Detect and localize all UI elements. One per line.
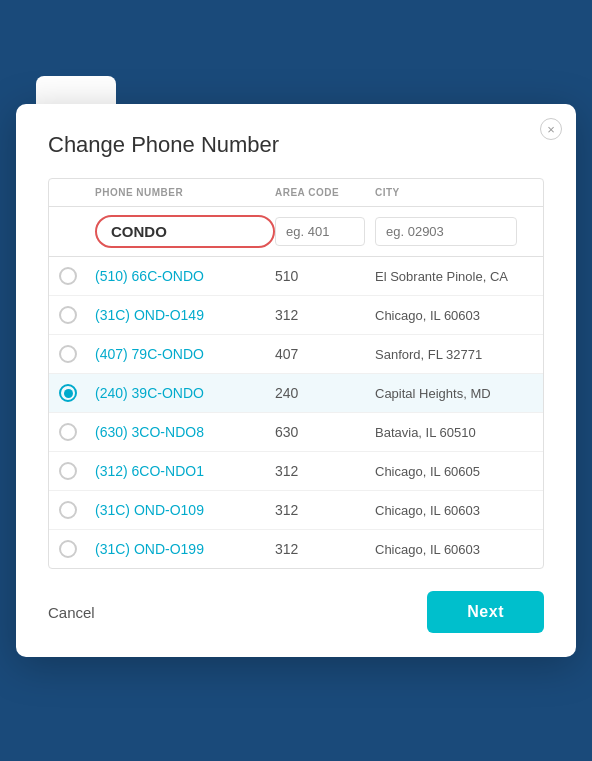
city-value: Chicago, IL 60605 (375, 464, 533, 479)
area-code: 312 (275, 502, 375, 518)
radio-button[interactable] (59, 501, 77, 519)
city-value: Chicago, IL 60603 (375, 308, 533, 323)
close-button[interactable]: × (540, 118, 562, 140)
area-code: 407 (275, 346, 375, 362)
next-button[interactable]: Next (427, 591, 544, 633)
dialog-title: Change Phone Number (48, 132, 544, 158)
radio-button[interactable] (59, 267, 77, 285)
header-city: CITY (375, 187, 533, 198)
table-row[interactable]: (31C) OND-O149 312 Chicago, IL 60603 (49, 296, 543, 335)
area-code: 240 (275, 385, 375, 401)
table-row[interactable]: (31C) OND-O199 312 Chicago, IL 60603 (49, 530, 543, 568)
city-value: Batavia, IL 60510 (375, 425, 533, 440)
phone-number: (31C) OND-O149 (95, 307, 275, 323)
radio-button[interactable] (59, 462, 77, 480)
city-value: Sanford, FL 32771 (375, 347, 533, 362)
table-row[interactable]: (510) 66C-ONDO 510 El Sobrante Pinole, C… (49, 257, 543, 296)
phone-number: (240) 39C-ONDO (95, 385, 275, 401)
header-phone: PHONE NUMBER (95, 187, 275, 198)
table-row[interactable]: (407) 79C-ONDO 407 Sanford, FL 32771 (49, 335, 543, 374)
search-row (49, 207, 543, 257)
area-code: 312 (275, 541, 375, 557)
phone-number: (407) 79C-ONDO (95, 346, 275, 362)
table-row[interactable]: (312) 6CO-NDO1 312 Chicago, IL 60605 (49, 452, 543, 491)
phone-search-input[interactable] (95, 215, 275, 248)
area-code: 510 (275, 268, 375, 284)
city-search-input[interactable] (375, 217, 517, 246)
phone-number: (31C) OND-O199 (95, 541, 275, 557)
radio-button[interactable] (59, 384, 77, 402)
table-row[interactable]: (240) 39C-ONDO 240 Capital Heights, MD (49, 374, 543, 413)
area-code: 312 (275, 307, 375, 323)
header-radio (59, 187, 95, 198)
change-phone-dialog: × Change Phone Number PHONE NUMBER AREA … (16, 104, 576, 657)
tab-notch (36, 76, 116, 106)
radio-button[interactable] (59, 306, 77, 324)
city-value: Capital Heights, MD (375, 386, 533, 401)
radio-button[interactable] (59, 540, 77, 558)
radio-button[interactable] (59, 345, 77, 363)
cancel-button[interactable]: Cancel (48, 604, 95, 621)
table-scroll[interactable]: (510) 66C-ONDO 510 El Sobrante Pinole, C… (49, 257, 543, 568)
radio-button[interactable] (59, 423, 77, 441)
table-header: PHONE NUMBER AREA CODE CITY (49, 179, 543, 207)
dialog-footer: Cancel Next (48, 591, 544, 633)
phone-number: (312) 6CO-NDO1 (95, 463, 275, 479)
area-search-input[interactable] (275, 217, 365, 246)
area-code: 312 (275, 463, 375, 479)
table-row[interactable]: (630) 3CO-NDO8 630 Batavia, IL 60510 (49, 413, 543, 452)
area-code: 630 (275, 424, 375, 440)
header-area: AREA CODE (275, 187, 375, 198)
phone-number: (31C) OND-O109 (95, 502, 275, 518)
phone-table: PHONE NUMBER AREA CODE CITY (510) 66C-ON… (48, 178, 544, 569)
city-value: El Sobrante Pinole, CA (375, 269, 533, 284)
phone-number: (510) 66C-ONDO (95, 268, 275, 284)
table-row[interactable]: (31C) OND-O109 312 Chicago, IL 60603 (49, 491, 543, 530)
dialog-wrapper: × Change Phone Number PHONE NUMBER AREA … (16, 104, 576, 657)
phone-number: (630) 3CO-NDO8 (95, 424, 275, 440)
city-value: Chicago, IL 60603 (375, 503, 533, 518)
city-value: Chicago, IL 60603 (375, 542, 533, 557)
